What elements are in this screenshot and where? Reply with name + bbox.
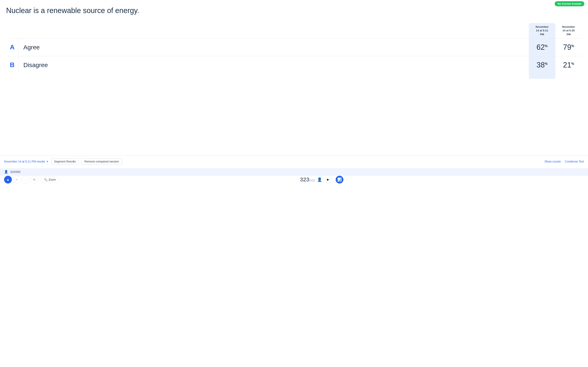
center-info: 323/352 👤 ▶ 📊 [60, 176, 584, 184]
slide-sub-num: /352 [310, 179, 315, 182]
zoom-icon: 🔍 [44, 178, 47, 181]
zoom-button[interactable]: 🔍 Zoom [40, 176, 60, 183]
main-content: Nuclear is a renewable source of energy.… [0, 0, 588, 79]
answer-a-session1-pct: 62% [529, 38, 555, 56]
stats-bar: 👤 323/352 [0, 168, 588, 175]
col-header-session1: November 14 at 5:11 PM [529, 23, 555, 38]
remove-compared-session-button[interactable]: Remove compared session [81, 158, 122, 165]
nav-up-button[interactable]: ▲ [4, 176, 12, 184]
nav-chart-button[interactable]: 📊 [336, 176, 343, 184]
dropdown-arrow-icon: ▼ [46, 160, 49, 163]
col-header-answer [6, 23, 529, 38]
bottom-nav: ▲ ← → ⊹ 🔍 Zoom 323/352 👤 ▶ 📊 [0, 175, 588, 184]
bottom-toolbar: November 14 at 5:11 PM results ▼ Segment… [0, 156, 588, 167]
person-icon: 👤 [4, 170, 8, 174]
slide-count: 323/352 [300, 176, 315, 183]
stats-count: 323/352 [10, 170, 21, 174]
spacer-session1 [529, 74, 555, 79]
answers-table: November 14 at 5:11 PM November 14 at 5:… [6, 23, 582, 79]
answer-a-session2-pct: 79% [555, 38, 582, 56]
answer-b-session1-pct: 38% [529, 56, 555, 74]
person-icon-nav: 👤 [317, 177, 322, 182]
no-correct-answer-area: No Correct Answer [555, 2, 584, 6]
zoom-label: Zoom [49, 178, 56, 181]
session-selector-label: November 14 at 5:11 PM results [4, 160, 45, 163]
nav-back-button[interactable]: ← [13, 176, 21, 184]
nav-move-button[interactable]: ⊹ [30, 176, 38, 184]
no-correct-answer-badge: No Correct Answer [555, 1, 584, 6]
session-selector[interactable]: November 14 at 5:11 PM results ▼ [4, 160, 49, 163]
col-header-session2: November 14 at 5:25 PM [555, 23, 582, 38]
answer-b-session2-pct: 21% [555, 56, 582, 74]
question-title: Nuclear is a renewable source of energy. [6, 6, 582, 15]
spacer-row [6, 74, 582, 79]
option-letter-b: B [6, 56, 18, 74]
answer-text-b: Disagree [18, 56, 529, 74]
answer-row-a: A Agree 62% 79% [6, 38, 582, 56]
slide-main-num: 323 [300, 176, 310, 183]
nav-forward-button[interactable]: → [22, 176, 29, 184]
answer-text-a: Agree [18, 38, 529, 56]
nav-play-button[interactable]: ▶ [324, 176, 332, 184]
column-header-row: November 14 at 5:11 PM November 14 at 5:… [6, 23, 582, 38]
answer-row-b: B Disagree 38% 21% [6, 56, 582, 74]
option-letter-a: A [6, 38, 18, 56]
condense-text-button[interactable]: Condense Text [565, 160, 584, 163]
toolbar-right: Show counts Condense Text [545, 160, 584, 163]
show-counts-button[interactable]: Show counts [545, 160, 561, 163]
segment-results-button[interactable]: Segment Results [51, 158, 79, 165]
